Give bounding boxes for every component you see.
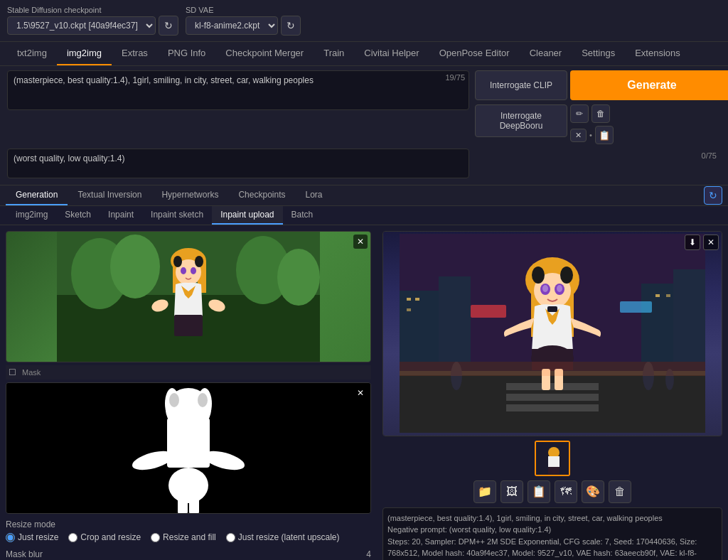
input-image-bg [6, 232, 370, 362]
svg-point-12 [191, 267, 196, 274]
action-btn-folder[interactable]: 📁 [473, 480, 496, 503]
inner-tab-sketch[interactable]: Sketch [56, 206, 100, 225]
interrogate-deepbooru-btn[interactable]: Interrogate DeepBooru [475, 104, 567, 137]
output-params-text: Steps: 20, Sampler: DPM++ 2M SDE Exponen… [387, 536, 717, 561]
output-close-btn[interactable]: ✕ [703, 235, 719, 250]
resize-radio-fill[interactable] [151, 533, 160, 542]
vae-group: SD VAE kl-f8-anime2.ckpt ↻ [186, 6, 301, 36]
mask-image-area[interactable]: ✕ [6, 382, 371, 514]
checkpoint-refresh-btn[interactable]: ↻ [159, 16, 178, 36]
inner-tab-inpaint[interactable]: Inpaint [100, 206, 142, 225]
resize-label-latent: Just resize (latent upscale) [238, 532, 340, 542]
svg-rect-28 [178, 496, 188, 514]
gen-tab-textual-inversion[interactable]: Textual Inversion [68, 185, 151, 205]
gen-tab-checkpoints[interactable]: Checkpoints [228, 185, 295, 205]
mask-blur-section: Mask blur 4 [6, 548, 371, 560]
input-image-area[interactable]: ✕ [6, 231, 371, 362]
svg-point-16 [173, 256, 182, 267]
inner-tabs-bar: img2img Sketch Inpaint Inpaint sketch In… [0, 206, 728, 225]
checkpoint-select-wrap: 1.5\9527_v10.ckpt [40a9f4ec37] ↻ [7, 16, 178, 36]
generate-btn[interactable]: Generate [570, 70, 728, 100]
svg-point-5 [277, 249, 320, 306]
action-btn-delete[interactable]: 🗑 [609, 480, 631, 503]
nav-tab-openpose[interactable]: OpenPose Editor [429, 42, 520, 65]
resize-radio-crop[interactable] [68, 533, 77, 542]
checkpoint-select[interactable]: 1.5\9527_v10.ckpt [40a9f4ec37] [7, 16, 156, 35]
resize-label-fill: Resize and fill [163, 532, 216, 542]
nav-tab-cleaner[interactable]: Cleaner [520, 42, 572, 65]
resize-radio-just-resize[interactable] [6, 533, 15, 542]
vae-select[interactable]: kl-f8-anime2.ckpt [186, 16, 278, 35]
mask-image-bg [6, 383, 370, 513]
positive-prompt-input[interactable]: (masterpiece, best quality:1.4), 1girl, … [7, 70, 469, 110]
nav-tab-checkpoint-merger[interactable]: Checkpoint Merger [215, 42, 314, 65]
nav-tab-settings[interactable]: Settings [572, 42, 625, 65]
nav-tab-train[interactable]: Train [314, 42, 354, 65]
svg-point-30 [169, 393, 179, 407]
neg-clear-row: ✕ • 📋 [570, 126, 614, 144]
neg-clear-btn[interactable]: ✕ [570, 129, 587, 142]
output-image-svg [400, 234, 705, 433]
svg-point-60 [557, 285, 562, 292]
svg-rect-47 [506, 383, 599, 390]
trash-icon-btn[interactable]: 🗑 [592, 104, 610, 123]
neg-paste-btn[interactable]: 📋 [595, 126, 614, 144]
gen-tab-refresh-btn[interactable]: ↻ [704, 186, 722, 205]
svg-rect-35 [439, 276, 471, 362]
svg-rect-37 [673, 269, 705, 362]
resize-mode-radio-group: Just resize Crop and resize Resize and f… [6, 532, 371, 542]
inner-tab-inpaint-sketch[interactable]: Inpaint sketch [142, 206, 212, 225]
output-info-text: (masterpiece, best quality:1.4), 1girl, … [387, 512, 717, 524]
interrogate-generate-col: Interrogate CLIP Generate Interrogate De… [475, 70, 728, 144]
negative-prompt-input[interactable]: (worst quality, low quality:1.4) [7, 149, 469, 178]
vae-select-wrap: kl-f8-anime2.ckpt ↻ [186, 16, 301, 36]
vae-refresh-btn[interactable]: ↻ [281, 16, 301, 36]
pencil-icon-btn[interactable]: ✏ [570, 104, 589, 123]
nav-tab-civitai[interactable]: Civitai Helper [354, 42, 429, 65]
nav-tab-extensions[interactable]: Extensions [625, 42, 690, 65]
mask-label-bar: ☐ Mask [6, 365, 371, 379]
mask-image-close-btn[interactable]: ✕ [353, 386, 368, 400]
resize-option-just-resize[interactable]: Just resize [6, 532, 58, 542]
resize-option-crop[interactable]: Crop and resize [68, 532, 141, 542]
output-download-btn[interactable]: ⬇ [685, 235, 700, 250]
resize-radio-latent[interactable] [226, 533, 235, 542]
resize-option-fill[interactable]: Resize and fill [151, 532, 216, 542]
workspace: ✕ ☐ Mask [0, 225, 728, 560]
inner-tab-inpaint-upload[interactable]: Inpaint upload [212, 206, 282, 225]
mask-blur-label: Mask blur [6, 549, 43, 559]
svg-rect-38 [407, 298, 411, 301]
svg-rect-39 [415, 298, 419, 301]
svg-rect-72 [548, 467, 560, 474]
nav-tab-png-info[interactable]: PNG Info [158, 42, 215, 65]
svg-rect-45 [400, 372, 705, 433]
mask-image-svg [57, 382, 320, 514]
action-btn-image[interactable]: 🖼 [500, 480, 523, 503]
nav-tab-extras[interactable]: Extras [112, 42, 158, 65]
inner-tab-batch[interactable]: Batch [283, 206, 322, 225]
nav-tab-img2img[interactable]: img2img [57, 42, 112, 65]
nav-tab-txt2img[interactable]: txt2img [7, 42, 57, 65]
input-image-svg [57, 231, 320, 362]
interrogate-deepbooru-row: Interrogate DeepBooru ✏ 🗑 ✕ • 📋 [475, 104, 728, 144]
gen-tab-hypernetworks[interactable]: Hypernetworks [151, 185, 228, 205]
gen-tab-generation[interactable]: Generation [6, 185, 68, 205]
interrogate-clip-btn[interactable]: Interrogate CLIP [475, 70, 567, 100]
action-btn-copy[interactable]: 📋 [528, 480, 550, 503]
action-btn-grid[interactable]: 🗺 [555, 480, 577, 503]
output-info-area: (masterpiece, best quality:1.4), 1girl, … [382, 507, 722, 561]
gen-tab-lora[interactable]: Lora [296, 185, 333, 205]
resize-option-latent[interactable]: Just resize (latent upscale) [226, 532, 340, 542]
output-thumbnail[interactable] [535, 441, 570, 476]
action-icons-row: 📁 🖼 📋 🗺 🎨 🗑 [382, 480, 722, 503]
input-image-close-btn[interactable]: ✕ [353, 235, 368, 249]
output-negative-text: Negative prompt: (worst quality, low qua… [387, 524, 717, 536]
svg-point-31 [198, 393, 208, 407]
svg-point-59 [542, 285, 548, 292]
inner-tab-img2img[interactable]: img2img [7, 206, 56, 225]
mask-label-text: Mask [19, 367, 43, 378]
neg-clear-label: • [589, 131, 592, 139]
action-btn-palette[interactable]: 🎨 [582, 480, 604, 503]
top-bar: Stable Diffusion checkpoint 1.5\9527_v10… [0, 0, 728, 42]
svg-rect-44 [620, 301, 652, 313]
